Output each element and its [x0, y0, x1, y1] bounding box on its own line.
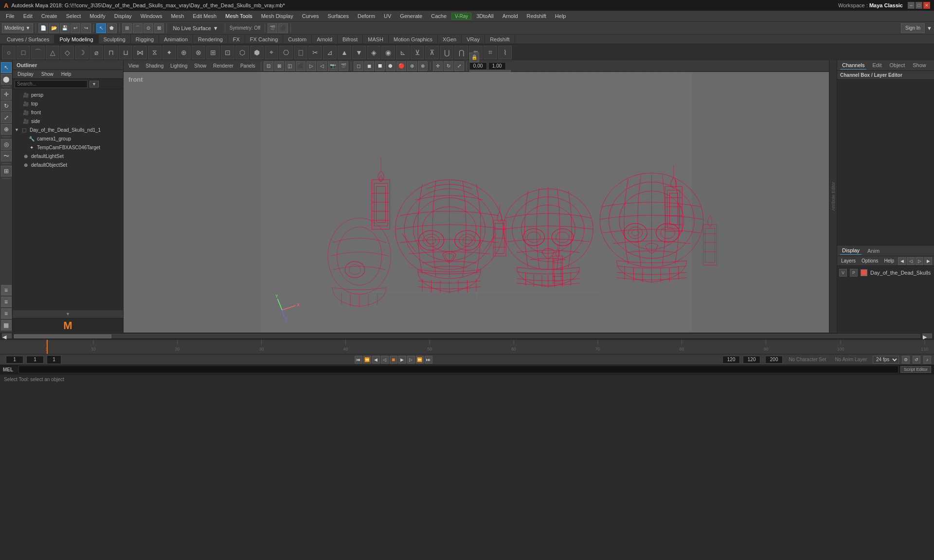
scroll-right-btn[interactable]: ▶	[922, 333, 932, 338]
shelf-tab-fxcaching[interactable]: FX Caching	[245, 35, 283, 44]
outliner-item-tempcam[interactable]: ✦ TempCamFBXASC046Target	[13, 143, 123, 152]
audio-btn[interactable]: ♪	[923, 356, 931, 364]
tab-show[interactable]: Show	[911, 61, 928, 70]
window-controls[interactable]: – □ ✕	[908, 2, 930, 9]
start-frame-input[interactable]	[6, 356, 23, 364]
vp-shading-5[interactable]: 🔴	[396, 61, 406, 71]
shelf-icon-3[interactable]: ⌒	[31, 46, 45, 59]
layer-item-skulls[interactable]: V P Day_of_the_Dead_Skulls	[839, 268, 932, 278]
restore-button[interactable]: □	[916, 2, 922, 9]
shelf-icon-31[interactable]: ⋃	[440, 46, 453, 59]
menu-edit[interactable]: Edit	[19, 12, 36, 20]
shelf-icon-10[interactable]: ⋈	[133, 46, 147, 59]
menu-edit-mesh[interactable]: Edit Mesh	[189, 12, 220, 20]
select-tool[interactable]: ↖	[1, 62, 12, 73]
lasso-select-btn[interactable]: ⬟	[107, 23, 117, 33]
shelf-icon-14[interactable]: ⊗	[192, 46, 205, 59]
tab-edit[interactable]: Edit	[870, 61, 883, 70]
shelf-icon-4[interactable]: △	[46, 46, 59, 59]
layer-btn-3[interactable]: ≡	[1, 308, 12, 319]
shelf-tab-rigging[interactable]: Rigging	[131, 35, 159, 44]
play-fwd-btn[interactable]: ▶	[398, 356, 406, 364]
shelf-icon-7[interactable]: ⌀	[90, 46, 103, 59]
goto-start-btn[interactable]: ⏮	[355, 356, 362, 364]
sign-in-btn[interactable]: Sign In	[901, 23, 925, 33]
menu-vray[interactable]: V-Ray	[451, 13, 471, 20]
menu-help[interactable]: Help	[551, 12, 570, 20]
vp-shading-2[interactable]: ◼	[364, 61, 374, 71]
shelf-icon-30[interactable]: ⊼	[425, 46, 439, 59]
outliner-item-camera-group[interactable]: 🔧 camera1_group	[13, 134, 123, 143]
layers-menu-btn[interactable]: Layers	[839, 258, 858, 264]
fps-select[interactable]: 24 fps 30 fps 60 fps	[873, 356, 899, 364]
vp-btn-1[interactable]: ⊡	[264, 61, 273, 71]
shelf-tab-poly[interactable]: Poly Modeling	[54, 35, 98, 44]
renderer-menu-btn[interactable]: Renderer	[210, 63, 236, 69]
shelf-icon-1[interactable]: ○	[2, 46, 16, 59]
vp-shading-7[interactable]: ⊗	[418, 61, 428, 71]
outliner-item-lightset[interactable]: ⊕ defaultLightSet	[13, 152, 123, 160]
gamma-lock-btn[interactable]: 🔒	[469, 52, 479, 62]
vp-shading-1[interactable]: ◻	[354, 61, 363, 71]
new-scene-btn[interactable]: 📄	[38, 23, 48, 33]
outliner-item-skulls-group[interactable]: ▼ ⬚ Day_of_the_Dead_Skulls_nd1_1	[13, 125, 123, 134]
step-back-btn[interactable]: ⏪	[363, 356, 371, 364]
shelf-icon-9[interactable]: ⊔	[119, 46, 132, 59]
soft-select-tool[interactable]: ◎	[1, 139, 12, 150]
menu-display[interactable]: Display	[110, 12, 136, 20]
menu-mesh-tools[interactable]: Mesh Tools	[221, 12, 256, 20]
shading-menu-btn[interactable]: Shading	[143, 63, 167, 69]
mode-dropdown[interactable]: Modeling ▼	[2, 23, 33, 33]
shelf-tab-motiongraphics[interactable]: Motion Graphics	[389, 35, 438, 44]
tab-display-layers[interactable]: Display	[840, 246, 862, 255]
shelf-icon-5[interactable]: ◇	[60, 46, 74, 59]
layer-btn-2[interactable]: ≡	[1, 297, 12, 307]
timeline-bar[interactable]: 1 10 20 30 40 50 60 70 80 90 1	[0, 339, 934, 354]
viewport[interactable]: front persp	[124, 72, 829, 332]
outliner-item-front[interactable]: 🎥 front	[13, 108, 123, 117]
menu-modify[interactable]: Modify	[86, 12, 109, 20]
menu-select[interactable]: Select	[62, 12, 85, 20]
minimize-button[interactable]: –	[908, 2, 915, 9]
vp-btn-4[interactable]: ⬛	[296, 61, 305, 71]
shelf-tab-arnold[interactable]: Arnold	[312, 35, 338, 44]
shelf-icon-18[interactable]: ⬢	[250, 46, 264, 59]
shelf-icon-8[interactable]: ⊓	[104, 46, 118, 59]
outliner-item-objectset[interactable]: ⊕ defaultObjectSet	[13, 160, 123, 169]
outliner-menu-help[interactable]: Help	[58, 71, 74, 77]
menu-windows[interactable]: Windows	[137, 12, 166, 20]
vp-btn-2[interactable]: ⊠	[274, 61, 284, 71]
shelf-icon-27[interactable]: ◉	[381, 46, 395, 59]
vp-shading-4[interactable]: ⬢	[386, 61, 395, 71]
shelf-icon-6[interactable]: ☽	[75, 46, 89, 59]
shelf-tab-bifrost[interactable]: Bifrost	[338, 35, 363, 44]
outliner-menu-display[interactable]: Display	[15, 71, 36, 77]
menu-mesh[interactable]: Mesh	[167, 12, 188, 20]
end-frame-display[interactable]	[722, 356, 740, 364]
open-scene-btn[interactable]: 📂	[49, 23, 59, 33]
shelf-icon-13[interactable]: ⊕	[177, 46, 191, 59]
menu-arnold[interactable]: Arnold	[499, 12, 522, 20]
vp-rotate-btn[interactable]: ↻	[444, 61, 453, 71]
render-btn[interactable]: 🎬	[268, 23, 277, 33]
gamma-input[interactable]	[469, 62, 487, 70]
outliner-item-persp[interactable]: 🎥 persp	[13, 90, 123, 99]
shelf-icon-23[interactable]: ⊿	[323, 46, 337, 59]
shelf-icon-24[interactable]: ▲	[338, 46, 351, 59]
prev-key-btn[interactable]: ◀	[372, 356, 380, 364]
select-tool-btn[interactable]: ↖	[96, 23, 106, 33]
vp-shading-6[interactable]: ⊕	[407, 61, 417, 71]
playback-settings-btn[interactable]: ⚙	[902, 356, 910, 364]
menu-surfaces[interactable]: Surfaces	[324, 12, 353, 20]
vp-btn-cam2[interactable]: 🎬	[339, 61, 348, 71]
layer-next-btn[interactable]: ▶	[924, 257, 932, 265]
show-manip-tool[interactable]: ⊕	[1, 124, 12, 135]
shelf-tab-mash[interactable]: MASH	[363, 35, 389, 44]
shelf-tab-rendering[interactable]: Rendering	[193, 35, 228, 44]
menu-curves[interactable]: Curves	[298, 12, 323, 20]
layer-step-btn[interactable]: ◁	[907, 257, 915, 265]
options-menu-btn[interactable]: Options	[860, 258, 880, 264]
layer-btn-4[interactable]: ▦	[1, 320, 12, 331]
shelf-icon-32[interactable]: ⋂	[454, 46, 468, 59]
gain-input[interactable]	[488, 62, 506, 70]
